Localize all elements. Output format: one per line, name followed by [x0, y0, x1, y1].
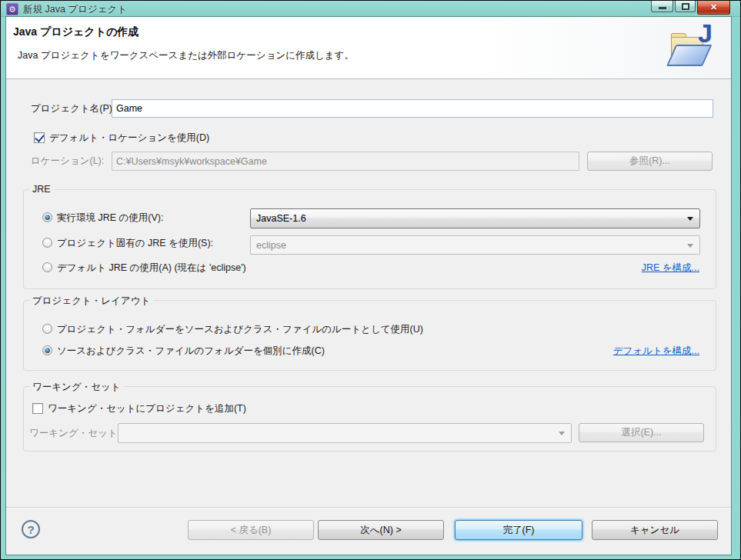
select-working-sets-button: 選択(E)...	[579, 423, 704, 442]
chevron-down-icon	[687, 217, 693, 221]
use-default-jre-radio[interactable]	[42, 262, 52, 272]
back-button: < 戻る(B)	[188, 520, 314, 540]
next-button[interactable]: 次へ(N) >	[318, 520, 444, 540]
project-specific-jre-value: eclipse	[256, 240, 286, 251]
use-project-folder-as-root-label[interactable]: プロジェクト・フォルダーをソースおよびクラス・ファイルのルートとして使用(U)	[57, 322, 423, 336]
new-java-project-folder-icon: J	[660, 25, 717, 74]
titlebar[interactable]: ⚙ 新規 Java プロジェクト	[1, 1, 740, 17]
use-execution-env-jre-label[interactable]: 実行環境 JRE の使用(V):	[57, 211, 164, 225]
configure-jre-link[interactable]: JRE を構成...	[642, 262, 699, 275]
dialog-body: Java プロジェクトの作成 Java プロジェクトをワークスペースまたは外部ロ…	[6, 17, 731, 555]
use-project-specific-jre-radio[interactable]	[42, 238, 52, 248]
finish-button[interactable]: 完了(F)	[455, 520, 582, 540]
minimize-icon	[659, 7, 666, 9]
location-input	[112, 152, 579, 171]
use-execution-env-jre-radio[interactable]	[42, 212, 52, 222]
new-java-project-dialog: ⚙ 新規 Java プロジェクト ✕ Java プロジェクトの作成 Java プ…	[0, 0, 741, 560]
wizard-header: Java プロジェクトの作成 Java プロジェクトをワークスペースまたは外部ロ…	[6, 17, 731, 79]
browse-button: 参照(R)...	[587, 152, 713, 171]
use-project-folder-as-root-radio[interactable]	[42, 324, 52, 334]
use-default-location-label[interactable]: デフォルト・ロケーションを使用(D)	[49, 131, 209, 145]
project-specific-jre-combo: eclipse	[250, 235, 700, 255]
configure-default-link[interactable]: デフォルトを構成...	[613, 345, 699, 358]
working-sets-group-label: ワーキング・セット	[29, 381, 124, 394]
create-separate-folders-label[interactable]: ソースおよびクラス・ファイルのフォルダーを個別に作成(C)	[57, 344, 325, 358]
help-button[interactable]: ?	[22, 520, 40, 538]
location-label: ロケーション(L):	[31, 152, 104, 171]
create-separate-folders-radio[interactable]	[42, 345, 52, 355]
working-sets-combo	[118, 423, 572, 443]
use-default-location-checkbox[interactable]	[34, 132, 45, 143]
execution-env-jre-combo[interactable]: JavaSE-1.6	[250, 208, 700, 228]
help-icon: ?	[27, 523, 34, 536]
window-controls: ✕	[651, 1, 730, 15]
project-name-label: プロジェクト名(P):	[31, 99, 115, 118]
close-button[interactable]: ✕	[697, 1, 730, 15]
add-to-working-sets-checkbox[interactable]	[32, 403, 43, 414]
jre-group-label: JRE	[29, 184, 54, 195]
minimize-button[interactable]	[651, 1, 673, 12]
java-letter-icon: J	[698, 18, 713, 48]
maximize-button[interactable]	[675, 1, 696, 12]
footer-separator	[6, 507, 731, 508]
project-layout-group-label: プロジェクト・レイアウト	[29, 295, 153, 308]
chevron-down-icon	[559, 432, 565, 435]
add-to-working-sets-label[interactable]: ワーキング・セットにプロジェクトを追加(T)	[48, 402, 246, 415]
window-title: 新規 Java プロジェクト	[23, 3, 127, 16]
project-name-input[interactable]	[112, 99, 713, 118]
use-default-jre-label[interactable]: デフォルト JRE の使用(A) (現在は 'eclipse')	[57, 261, 246, 275]
cancel-button[interactable]: キャンセル	[592, 520, 718, 540]
page-subtitle: Java プロジェクトをワークスペースまたは外部ロケーションに作成します。	[18, 49, 354, 62]
maximize-icon	[682, 3, 689, 10]
use-project-specific-jre-label[interactable]: プロジェクト固有の JRE を使用(S):	[57, 236, 213, 250]
execution-env-jre-value: JavaSE-1.6	[256, 213, 306, 224]
chevron-down-icon	[687, 244, 693, 248]
close-icon: ✕	[710, 2, 717, 12]
eclipse-wizard-gear-icon: ⚙	[6, 3, 18, 15]
page-title: Java プロジェクトの作成	[13, 25, 139, 39]
